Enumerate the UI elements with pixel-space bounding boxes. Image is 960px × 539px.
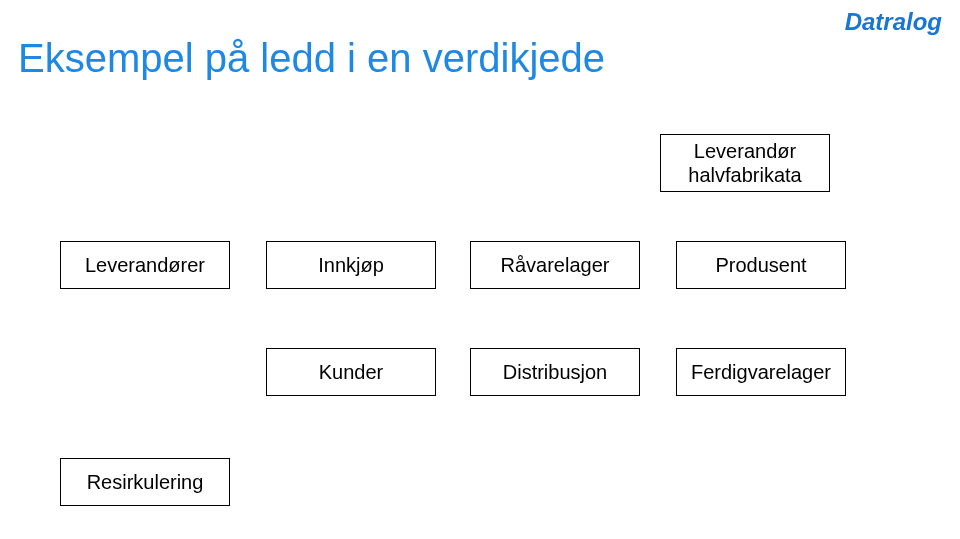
box-ravarelager: Råvarelager	[470, 241, 640, 289]
box-kunder: Kunder	[266, 348, 436, 396]
box-resirkulering: Resirkulering	[60, 458, 230, 506]
box-leverandor-halvfabrikata: Leverandør halvfabrikata	[660, 134, 830, 192]
box-ferdigvarelager: Ferdigvarelager	[676, 348, 846, 396]
box-distribusjon: Distribusjon	[470, 348, 640, 396]
page-title: Eksempel på ledd i en verdikjede	[18, 36, 605, 81]
box-produsent: Produsent	[676, 241, 846, 289]
brand-label: Datralog	[845, 8, 942, 36]
box-leverandorer: Leverandører	[60, 241, 230, 289]
box-innkjop: Innkjøp	[266, 241, 436, 289]
